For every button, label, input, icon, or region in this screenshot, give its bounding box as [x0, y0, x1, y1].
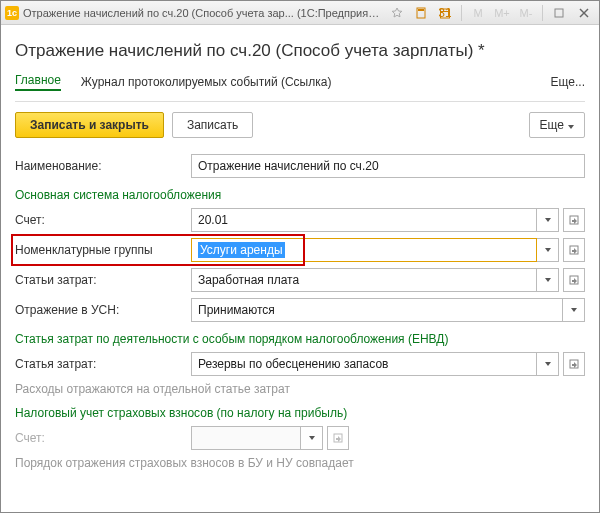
nomgroup-value-selected: Услуги аренды: [198, 242, 285, 258]
account2-open-button: [327, 426, 349, 450]
account2-dropdown-button: [301, 426, 323, 450]
row-nomgroup: Номенклатурные группы Услуги аренды: [15, 238, 585, 262]
nomgroup-label: Номенклатурные группы: [15, 243, 191, 257]
m-button: M: [468, 4, 488, 22]
usn-dropdown-button[interactable]: [563, 298, 585, 322]
app-icon: 1c: [5, 6, 19, 20]
cost2-dropdown-button[interactable]: [537, 352, 559, 376]
calc-icon[interactable]: [411, 4, 431, 22]
chevron-down-icon: [568, 118, 574, 132]
svg-rect-5: [555, 9, 563, 17]
note-insurance: Порядок отражения страховых взносов в БУ…: [15, 456, 585, 470]
cost2-open-button[interactable]: [563, 352, 585, 376]
svg-text:31: 31: [439, 7, 451, 19]
row-account2: Счет:: [15, 426, 585, 450]
favorite-icon[interactable]: [387, 4, 407, 22]
section-envd: Статья затрат по деятельности с особым п…: [15, 332, 585, 346]
row-name: Наименование:: [15, 154, 585, 178]
account-open-button[interactable]: [563, 208, 585, 232]
row-cost: Статьи затрат:: [15, 268, 585, 292]
account-input[interactable]: [191, 208, 537, 232]
toolbar-more-button[interactable]: Еще: [529, 112, 585, 138]
section-tax-insurance: Налоговый учет страховых взносов (по нал…: [15, 406, 585, 420]
cost-label: Статьи затрат:: [15, 273, 191, 287]
m-minus-button: M-: [516, 4, 536, 22]
row-usn: Отражение в УСН:: [15, 298, 585, 322]
name-input[interactable]: [191, 154, 585, 178]
account2-input: [191, 426, 301, 450]
toolbar: Записать и закрыть Записать Еще: [15, 102, 585, 148]
account-label: Счет:: [15, 213, 191, 227]
nomgroup-open-button[interactable]: [563, 238, 585, 262]
window-collapse-icon[interactable]: [549, 4, 569, 22]
cost2-input[interactable]: [191, 352, 537, 376]
calendar-icon[interactable]: 31: [435, 4, 455, 22]
page-title: Отражение начислений по сч.20 (Способ уч…: [15, 41, 585, 61]
titlebar-separator-2: [542, 5, 543, 21]
nav-more[interactable]: Еще...: [551, 75, 585, 89]
m-plus-button: M+: [492, 4, 512, 22]
account-dropdown-button[interactable]: [537, 208, 559, 232]
cost-input[interactable]: [191, 268, 537, 292]
window-title: Отражение начислений по сч.20 (Способ уч…: [23, 7, 383, 19]
toolbar-more-label: Еще: [540, 118, 564, 132]
tab-main[interactable]: Главное: [15, 73, 61, 91]
save-button[interactable]: Записать: [172, 112, 253, 138]
row-cost2: Статья затрат:: [15, 352, 585, 376]
account2-label: Счет:: [15, 431, 191, 445]
close-icon[interactable]: [573, 4, 595, 22]
name-label: Наименование:: [15, 159, 191, 173]
cost-open-button[interactable]: [563, 268, 585, 292]
content: Отражение начислений по сч.20 (Способ уч…: [1, 25, 599, 486]
tab-journal[interactable]: Журнал протоколируемых событий (Ссылка): [81, 75, 332, 89]
cost2-label: Статья затрат:: [15, 357, 191, 371]
nav-row: Главное Журнал протоколируемых событий (…: [15, 73, 585, 102]
save-close-button[interactable]: Записать и закрыть: [15, 112, 164, 138]
window: 1c Отражение начислений по сч.20 (Способ…: [0, 0, 600, 513]
nomgroup-dropdown-button[interactable]: [537, 238, 559, 262]
section-main-tax: Основная система налогообложения: [15, 188, 585, 202]
nomgroup-input[interactable]: Услуги аренды: [191, 238, 537, 262]
cost-dropdown-button[interactable]: [537, 268, 559, 292]
titlebar: 1c Отражение начислений по сч.20 (Способ…: [1, 1, 599, 25]
usn-input[interactable]: [191, 298, 563, 322]
titlebar-separator: [461, 5, 462, 21]
row-account: Счет:: [15, 208, 585, 232]
usn-label: Отражение в УСН:: [15, 303, 191, 317]
svg-rect-1: [418, 9, 424, 11]
note-envd: Расходы отражаются на отдельной статье з…: [15, 382, 585, 396]
